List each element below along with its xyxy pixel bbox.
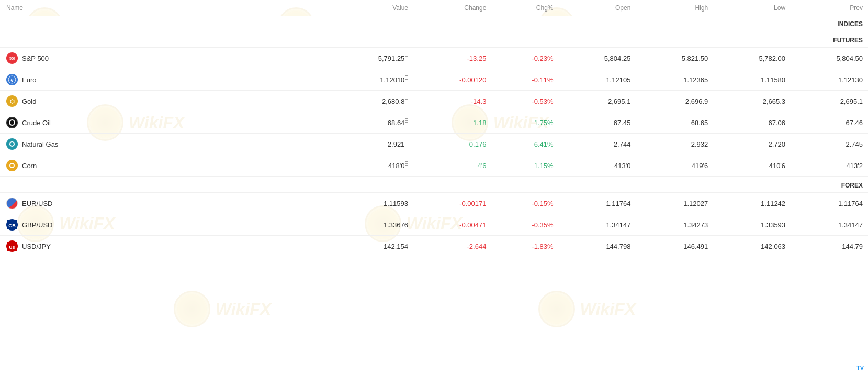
table-header-row: Name Value Change Chg% Open High Low Pre… — [0, 0, 868, 16]
high-cell-corn: 419'6 — [636, 155, 713, 177]
high-cell-gold: 2,696.9 — [636, 91, 713, 112]
name-cell-euro: € Euro — [0, 69, 329, 91]
low-cell-natgas: 2.720 — [713, 134, 791, 155]
low-cell-eurusd: 1.11242 — [713, 193, 791, 214]
value-cell-corn: 418'0E — [329, 155, 413, 177]
col-header-high: High — [636, 0, 713, 16]
value-cell-gold: 2,680.8E — [329, 91, 413, 112]
section-label-futures: FUTURES — [0, 31, 868, 48]
prev-cell-gold: 2,695.1 — [791, 91, 868, 112]
eurusd-icon — [6, 198, 18, 209]
name-cell-crude: Crude Oil — [0, 112, 329, 134]
gold-icon: ⬡ — [6, 95, 18, 107]
open-cell-crude: 67.45 — [559, 112, 636, 134]
value-cell-sp500: 5,791.25E — [329, 48, 413, 69]
change-cell-gold: -14.3 — [413, 91, 491, 112]
name-cell-corn: Corn — [0, 155, 329, 177]
high-cell-gbpusd: 1.34273 — [636, 214, 713, 236]
high-cell-euro: 1.12365 — [636, 69, 713, 91]
section-header-indices: INDICES — [0, 16, 868, 31]
chgpct-cell-crude: 1.75% — [491, 112, 558, 134]
col-header-change: Change — [413, 0, 491, 16]
svg-text:€: € — [10, 78, 13, 83]
chgpct-cell-euro: -0.11% — [491, 69, 558, 91]
value-cell-natgas: 2.921E — [329, 134, 413, 155]
prev-cell-euro: 1.12130 — [791, 69, 868, 91]
open-cell-gbpusd: 1.34147 — [559, 214, 636, 236]
change-cell-sp500: -13.25 — [413, 48, 491, 69]
section-header-forex: FOREX — [0, 177, 868, 193]
open-cell-eurusd: 1.11764 — [559, 193, 636, 214]
value-cell-gbpusd: 1.33676 — [329, 214, 413, 236]
instrument-name-corn: Corn — [22, 162, 37, 170]
change-cell-natgas: 0.176 — [413, 134, 491, 155]
open-cell-natgas: 2.744 — [559, 134, 636, 155]
change-cell-crude: 1.18 — [413, 112, 491, 134]
name-cell-gold: ⬡ Gold — [0, 91, 329, 112]
value-cell-usdjpy: 142.154 — [329, 236, 413, 257]
svg-point-6 — [8, 140, 16, 148]
high-cell-usdjpy: 146.491 — [636, 236, 713, 257]
instrument-name-sp500: S&P 500 — [22, 54, 49, 62]
name-cell-eurusd: EUR/USD — [0, 193, 329, 214]
table-row[interactable]: ⬡ Gold2,680.8E-14.3-0.53%2,695.12,696.92… — [0, 91, 868, 112]
name-cell-gbpusd: GB GBP/USD — [0, 214, 329, 236]
instrument-name-crude: Crude Oil — [22, 119, 51, 127]
table-row[interactable]: GB GBP/USD1.33676-0.00471-0.35%1.341471.… — [0, 214, 868, 236]
section-label-forex: FOREX — [0, 177, 868, 193]
low-cell-usdjpy: 142.063 — [713, 236, 791, 257]
col-header-low: Low — [713, 0, 791, 16]
corn-icon — [6, 160, 18, 171]
change-cell-gbpusd: -0.00471 — [413, 214, 491, 236]
svg-text:⬡: ⬡ — [10, 98, 15, 104]
prev-cell-crude: 67.46 — [791, 112, 868, 134]
open-cell-corn: 413'0 — [559, 155, 636, 177]
instrument-name-usdjpy: USD/JPY — [22, 243, 51, 250]
instrument-name-gbpusd: GBP/USD — [22, 221, 53, 229]
chgpct-cell-eurusd: -0.15% — [491, 193, 558, 214]
low-cell-crude: 67.06 — [713, 112, 791, 134]
table-row[interactable]: € Euro1.12010E-0.00120-0.11%1.121051.123… — [0, 69, 868, 91]
prev-cell-sp500: 5,804.50 — [791, 48, 868, 69]
table-row[interactable]: Corn418'0E4'61.15%413'0419'6410'6413'2 — [0, 155, 868, 177]
name-cell-usdjpy: US USD/JPY — [0, 236, 329, 257]
prev-cell-natgas: 2.745 — [791, 134, 868, 155]
gbpusd-icon: GB — [6, 219, 18, 231]
col-header-name: Name — [0, 0, 329, 16]
chgpct-cell-sp500: -0.23% — [491, 48, 558, 69]
svg-text:GB: GB — [8, 223, 16, 228]
low-cell-gold: 2,665.3 — [713, 91, 791, 112]
section-label-indices: INDICES — [0, 16, 868, 31]
sp500-icon: 500 — [6, 52, 18, 64]
prev-cell-eurusd: 1.11764 — [791, 193, 868, 214]
open-cell-gold: 2,695.1 — [559, 91, 636, 112]
table-row[interactable]: US USD/JPY142.154-2.644-1.83%144.798146.… — [0, 236, 868, 257]
table-row[interactable]: EUR/USD1.11593-0.00171-0.15%1.117641.120… — [0, 193, 868, 214]
instrument-name-natgas: Natural Gas — [22, 140, 58, 148]
prev-cell-corn: 413'2 — [791, 155, 868, 177]
table-row[interactable]: Crude Oil68.64E1.181.75%67.4568.6567.066… — [0, 112, 868, 134]
low-cell-corn: 410'6 — [713, 155, 791, 177]
instrument-name-euro: Euro — [22, 76, 36, 84]
open-cell-usdjpy: 144.798 — [559, 236, 636, 257]
chgpct-cell-natgas: 6.41% — [491, 134, 558, 155]
name-cell-sp500: 500S&P 500 — [0, 48, 329, 69]
crude-icon — [6, 117, 18, 128]
chgpct-cell-gbpusd: -0.35% — [491, 214, 558, 236]
section-header-futures: FUTURES — [0, 31, 868, 48]
natgas-icon — [6, 138, 18, 150]
instrument-name-eurusd: EUR/USD — [22, 200, 53, 207]
low-cell-euro: 1.11580 — [713, 69, 791, 91]
high-cell-crude: 68.65 — [636, 112, 713, 134]
change-cell-eurusd: -0.00171 — [413, 193, 491, 214]
low-cell-gbpusd: 1.33593 — [713, 214, 791, 236]
col-header-value: Value — [329, 0, 413, 16]
chgpct-cell-corn: 1.15% — [491, 155, 558, 177]
table-row[interactable]: 500S&P 5005,791.25E-13.25-0.23%5,804.255… — [0, 48, 868, 69]
high-cell-sp500: 5,821.50 — [636, 48, 713, 69]
col-header-prev: Prev — [791, 0, 868, 16]
value-cell-crude: 68.64E — [329, 112, 413, 134]
low-cell-sp500: 5,782.00 — [713, 48, 791, 69]
name-cell-natgas: Natural Gas — [0, 134, 329, 155]
table-row[interactable]: Natural Gas2.921E0.1766.41%2.7442.9322.7… — [0, 134, 868, 155]
